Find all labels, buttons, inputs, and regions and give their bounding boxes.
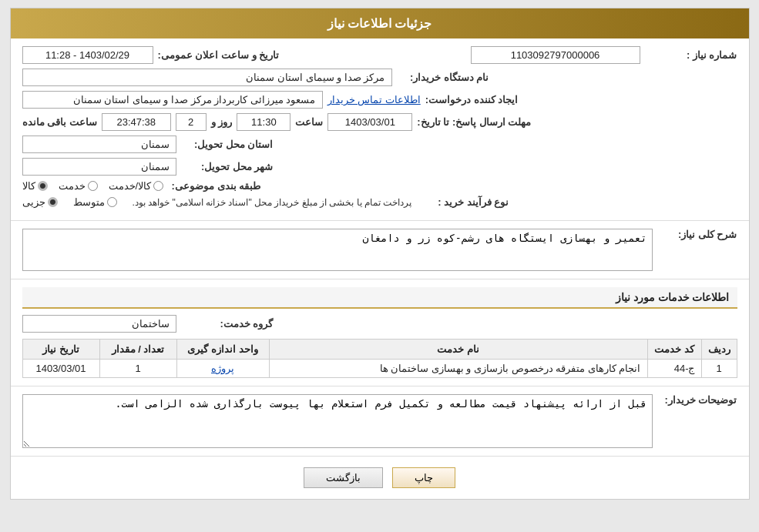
radio-kala-khadamat-label: کالا/خدمت [109, 180, 152, 192]
sharh-row: شرح کلی نیاز: [22, 229, 737, 271]
shomara-value: 1103092797000006 [471, 46, 640, 64]
table-body: 1 ج-44 انجام کارهای متفرقه درخصوص بازساز… [22, 360, 737, 378]
cell-tarikh: 1403/03/01 [22, 360, 99, 378]
services-title: اطلاعات خدمات مورد نیاز [22, 287, 737, 309]
mohlat-date: 1403/03/01 [327, 113, 412, 131]
shahr-value: سمنان [22, 158, 176, 176]
row-nam-dastgah: نام دستگاه خریدار: مرکز صدا و سیمای استا… [22, 69, 737, 86]
radio-mottawaset-label: متوسط [73, 196, 105, 208]
basic-info-section: شماره نیاز : 1103092797000006 تاریخ و سا… [11, 38, 749, 221]
sharh-label: شرح کلی نیاز: [660, 229, 737, 240]
cell-kod: ج-44 [647, 360, 701, 378]
radio-kala-label: کالا [22, 180, 35, 192]
row-shomara: شماره نیاز : 1103092797000006 تاریخ و سا… [22, 46, 737, 64]
radio-mottawaset: متوسط [73, 196, 117, 208]
purchase-note: پرداخت تمام یا بخشی از مبلغ خریداز محل "… [133, 197, 412, 208]
tarikh-label: تاریخ و ساعت اعلان عمومی: [158, 49, 280, 61]
tabaqe-radio-group: کالا/خدمت خدمت کالا [22, 180, 164, 192]
cell-radif: 1 [701, 360, 737, 378]
radio-kala-khadamat: کالا/خدمت [109, 180, 164, 192]
bazgasht-button[interactable]: بازگشت [304, 467, 383, 488]
page-title: جزئیات اطلاعات نیاز [327, 17, 432, 30]
radio-khadamat-label: خدمت [59, 180, 86, 192]
notes-section: توضیحات خریدار: [11, 386, 749, 457]
sharh-section: شرح کلی نیاز: [11, 221, 749, 279]
tarikh-value: 1403/02/29 - 11:28 [22, 46, 153, 64]
ijad-value: مسعود میرزائی کاربرداز مرکز صدا و سیمای … [22, 91, 323, 109]
noE-label: نوع فرآیند خرید : [416, 196, 509, 208]
saat-label: ساعت [295, 116, 323, 128]
cell-vahed: پروژه [176, 360, 269, 378]
row-ostan: استان محل تحویل: سمنان [22, 136, 737, 153]
radio-jozyi: جزیی [22, 196, 58, 208]
notes-row: توضیحات خریدار: [22, 394, 737, 448]
ostan-value: سمنان [22, 136, 176, 153]
footer-buttons: چاپ بازگشت [11, 457, 749, 499]
shomara-label: شماره نیاز : [645, 49, 737, 61]
radio-kala-circle [38, 181, 48, 191]
radio-khadamat: خدمت [59, 180, 98, 192]
notes-label: توضیحات خریدار: [660, 394, 737, 406]
radio-jozyi-label: جزیی [22, 196, 45, 208]
cell-tedad: 1 [99, 360, 176, 378]
roz-label: روز و [211, 116, 233, 128]
radio-jozyi-circle [48, 197, 58, 207]
cell-nam: انجام کارهای متفرقه درخصوص بازسازی و بهس… [269, 360, 647, 378]
services-table: ردیف کد خدمت نام خدمت واحد اندازه گیری ت… [22, 339, 737, 378]
row-mohlat: مهلت ارسال پاسخ: تا تاریخ: 1403/03/01 سا… [22, 113, 737, 131]
group-label: گروه خدمت: [181, 318, 274, 330]
ettelaat-link[interactable]: اطلاعات تماس خریدار [327, 94, 421, 105]
radio-khadamat-circle [88, 181, 98, 191]
notes-textarea[interactable] [22, 394, 653, 448]
row-group: گروه خدمت: ساختمان [22, 315, 737, 333]
row-ijad: ایجاد کننده درخواست: اطلاعات تماس خریدار… [22, 91, 737, 109]
radio-kala-khadamat-circle [153, 181, 163, 191]
nam-dastgah-value: مرکز صدا و سیمای استان سمنان [22, 69, 392, 86]
radio-kala: کالا [22, 180, 48, 192]
radio-mottawaset-circle [107, 197, 117, 207]
col-nam: نام خدمت [269, 340, 647, 360]
services-section: اطلاعات خدمات مورد نیاز گروه خدمت: ساختم… [11, 279, 749, 386]
sharh-textarea[interactable] [22, 229, 653, 271]
table-head: ردیف کد خدمت نام خدمت واحد اندازه گیری ت… [22, 340, 737, 360]
table-header-row: ردیف کد خدمت نام خدمت واحد اندازه گیری ت… [22, 340, 737, 360]
col-tarikh: تاریخ نیاز [22, 340, 99, 360]
mohlat-label: مهلت ارسال پاسخ: تا تاریخ: [417, 116, 531, 128]
group-value: ساختمان [22, 315, 176, 333]
purchase-type-row: پرداخت تمام یا بخشی از مبلغ خریداز محل "… [22, 196, 412, 208]
nam-dastgah-label: نام دستگاه خریدار: [397, 72, 489, 83]
mohlat-saat: 11:30 [237, 113, 291, 131]
page-header: جزئیات اطلاعات نیاز [11, 8, 749, 38]
baqi-label: ساعت باقی مانده [22, 116, 97, 128]
chap-button[interactable]: چاپ [392, 467, 455, 488]
ostan-label: استان محل تحویل: [181, 139, 274, 150]
row-tabaqe: طبقه بندی موضوعی: کالا/خدمت خدمت کالا [22, 180, 737, 192]
col-radif: ردیف [701, 340, 737, 360]
mohlat-roz: 2 [176, 113, 207, 131]
baqi-value: 23:47:38 [102, 113, 171, 131]
col-kod: کد خدمت [647, 340, 701, 360]
row-shahr: شهر محل تحویل: سمنان [22, 158, 737, 176]
shahr-label: شهر محل تحویل: [181, 161, 274, 172]
row-noE-farayand: نوع فرآیند خرید : پرداخت تمام یا بخشی از… [22, 196, 737, 208]
col-vahed: واحد اندازه گیری [176, 340, 269, 360]
tabaqe-label: طبقه بندی موضوعی: [168, 180, 260, 192]
ijad-label: ایجاد کننده درخواست: [425, 94, 519, 105]
page-wrapper: AnataTender.NET جزئیات اطلاعات نیاز شمار… [10, 8, 750, 500]
col-tedad: تعداد / مقدار [99, 340, 176, 360]
table-row: 1 ج-44 انجام کارهای متفرقه درخصوص بازساز… [22, 360, 737, 378]
